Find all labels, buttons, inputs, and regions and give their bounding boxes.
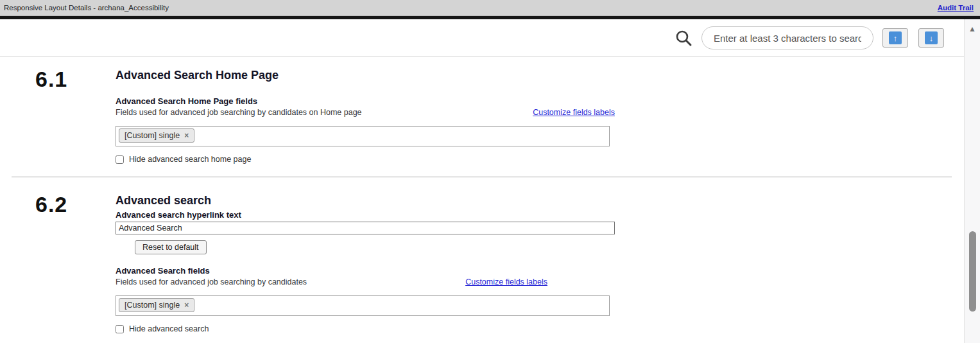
settings-content: 6.1 Advanced Search Home Page Advanced S… — [0, 57, 980, 343]
fields-label: Advanced Search fields — [116, 266, 615, 276]
window-titlebar: Responsive Layout Details - archana_Acce… — [0, 0, 980, 16]
fields-label: Advanced Search Home Page fields — [116, 96, 615, 106]
section-number: 6.1 — [35, 67, 116, 164]
fields-description: Fields used for advanced job searching b… — [116, 108, 362, 117]
scrollbar-up-arrow-icon[interactable]: ▲ — [965, 19, 980, 33]
scrollbar-thumb[interactable] — [969, 231, 976, 312]
field-chip: [Custom] single × — [119, 128, 194, 143]
fields-description-row: Fields used for advanced job searching b… — [116, 277, 615, 286]
page-title: Responsive Layout Details - archana_Acce… — [4, 4, 169, 12]
field-chip-label: [Custom] single — [125, 131, 180, 140]
fields-description: Fields used for advanced job searching b… — [116, 277, 307, 286]
section-number: 6.2 — [35, 193, 116, 333]
fields-description-row: Fields used for advanced job searching b… — [116, 108, 615, 117]
section-advanced-search-home-page: 6.1 Advanced Search Home Page Advanced S… — [0, 67, 980, 164]
fields-tag-input[interactable]: [Custom] single × — [116, 295, 610, 316]
search-input[interactable] — [701, 26, 873, 49]
field-chip: [Custom] single × — [119, 298, 194, 312]
hyperlink-text-label: Advanced search hyperlink text — [116, 210, 615, 220]
checkbox-label: Hide advanced search — [129, 324, 209, 333]
section-title: Advanced search — [116, 194, 615, 207]
customize-fields-labels-link[interactable]: Customize fields labels — [465, 277, 547, 286]
hide-advanced-search-checkbox-row: Hide advanced search — [116, 324, 615, 333]
section-body: Advanced Search Home Page Advanced Searc… — [116, 67, 615, 164]
search-prev-button[interactable]: ↑ — [882, 28, 908, 48]
section-body: Advanced search Advanced search hyperlin… — [116, 193, 615, 333]
vertical-scrollbar[interactable]: ▲ — [964, 19, 980, 343]
customize-fields-labels-link[interactable]: Customize fields labels — [533, 108, 615, 117]
chip-remove-icon[interactable]: × — [184, 301, 189, 309]
hide-home-page-checkbox-row: Hide advanced search home page — [116, 155, 615, 164]
section-divider — [12, 177, 952, 177]
arrow-up-icon: ↑ — [889, 31, 902, 44]
search-icon — [675, 29, 692, 47]
fields-tag-input[interactable]: [Custom] single × — [116, 126, 610, 146]
section-title: Advanced Search Home Page — [116, 69, 615, 82]
arrow-down-icon: ↓ — [925, 31, 938, 44]
checkbox-label: Hide advanced search home page — [129, 155, 251, 164]
search-next-button[interactable]: ↓ — [918, 28, 944, 48]
hide-advanced-search-checkbox[interactable] — [116, 325, 124, 333]
reset-to-default-button[interactable]: Reset to default — [135, 240, 207, 254]
hide-home-page-checkbox[interactable] — [116, 155, 124, 164]
audit-trail-link[interactable]: Audit Trail — [938, 4, 974, 12]
chip-remove-icon[interactable]: × — [184, 132, 189, 139]
hyperlink-text-input[interactable] — [116, 222, 615, 234]
field-chip-label: [Custom] single — [125, 301, 180, 310]
search-header: ↑ ↓ — [0, 19, 980, 57]
section-advanced-search: 6.2 Advanced search Advanced search hype… — [0, 193, 980, 333]
